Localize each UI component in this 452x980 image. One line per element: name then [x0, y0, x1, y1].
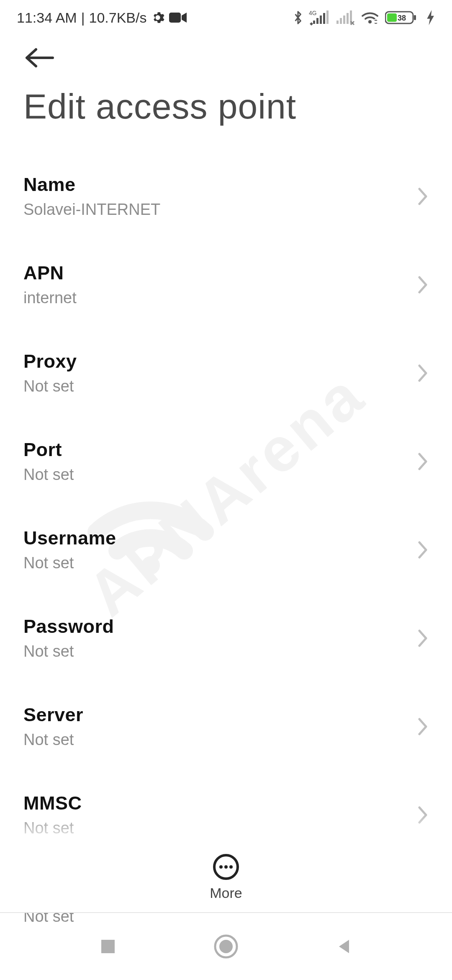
status-sep: |	[81, 10, 85, 26]
svg-rect-5	[320, 15, 322, 24]
svg-point-13	[368, 20, 372, 23]
apn-field-apn[interactable]: APN internet	[23, 240, 429, 329]
field-label: Server	[23, 704, 403, 726]
wifi-icon	[361, 10, 379, 25]
status-time: 11:34 AM	[17, 10, 77, 26]
status-speed: 10.7KB/s	[89, 10, 147, 26]
field-value: Not set	[23, 814, 403, 837]
chevron-right-icon	[417, 717, 429, 736]
apn-field-password[interactable]: Password Not set	[23, 594, 429, 682]
svg-rect-3	[313, 21, 315, 24]
svg-rect-7	[326, 10, 329, 24]
svg-point-20	[219, 865, 223, 869]
chevron-right-icon	[417, 276, 429, 294]
field-label: Password	[23, 616, 403, 637]
apn-field-server[interactable]: Server Not set	[23, 682, 429, 771]
svg-rect-9	[340, 18, 342, 24]
back-arrow-icon[interactable]	[23, 47, 56, 69]
apn-field-proxy[interactable]: Proxy Not set	[23, 329, 429, 417]
svg-text:38: 38	[398, 14, 406, 22]
apn-field-name[interactable]: Name Solavei-INTERNET	[23, 152, 429, 240]
svg-point-25	[219, 940, 233, 953]
more-bar: More	[0, 842, 452, 913]
field-label: Proxy	[23, 351, 403, 372]
chevron-right-icon	[417, 629, 429, 647]
field-value: Not set	[23, 637, 403, 660]
chevron-right-icon	[417, 187, 429, 206]
field-label: Name	[23, 174, 403, 196]
chevron-right-icon	[417, 452, 429, 471]
field-value: Not set	[23, 549, 403, 572]
svg-rect-16	[414, 15, 416, 20]
svg-point-21	[224, 865, 228, 869]
nav-recents-icon[interactable]	[98, 936, 118, 957]
video-camera-icon	[169, 11, 187, 24]
signal-4g-icon: 4G	[309, 10, 330, 26]
svg-point-22	[229, 865, 233, 869]
field-label: MMSC	[23, 792, 403, 814]
more-icon[interactable]	[212, 853, 240, 881]
field-value: Not set	[23, 461, 403, 484]
nav-home-icon[interactable]	[213, 934, 239, 959]
page-title: Edit access point	[0, 78, 452, 152]
system-nav-bar	[0, 913, 452, 980]
gear-icon	[151, 10, 165, 25]
chevron-right-icon	[417, 806, 429, 824]
svg-rect-6	[323, 13, 325, 24]
svg-rect-10	[343, 15, 345, 24]
bluetooth-icon	[293, 10, 303, 26]
svg-point-14	[373, 19, 379, 25]
svg-text:4G: 4G	[309, 10, 317, 16]
field-label: Username	[23, 527, 403, 549]
field-label: Port	[23, 439, 403, 461]
chevron-right-icon	[417, 541, 429, 559]
field-value: internet	[23, 284, 403, 307]
field-value: Solavei-INTERNET	[23, 196, 403, 219]
field-label: APN	[23, 262, 403, 284]
nav-back-icon[interactable]	[334, 936, 354, 957]
svg-rect-8	[336, 21, 339, 24]
charging-icon	[427, 10, 435, 25]
svg-rect-17	[387, 13, 397, 22]
apn-field-username[interactable]: Username Not set	[23, 505, 429, 594]
field-value: Not set	[23, 372, 403, 395]
battery-icon: 38	[385, 10, 421, 26]
svg-rect-1	[169, 13, 181, 23]
chevron-right-icon	[417, 364, 429, 382]
signal-nosim-icon	[336, 10, 355, 26]
svg-rect-4	[316, 18, 318, 24]
status-bar: 11:34 AM | 10.7KB/s 4G 38	[0, 0, 452, 35]
field-value: Not set	[23, 726, 403, 749]
svg-rect-23	[101, 940, 115, 953]
apn-list: Name Solavei-INTERNET APN internet Proxy…	[0, 152, 452, 947]
more-label: More	[210, 881, 242, 901]
svg-rect-11	[347, 13, 349, 24]
apn-field-port[interactable]: Port Not set	[23, 417, 429, 505]
